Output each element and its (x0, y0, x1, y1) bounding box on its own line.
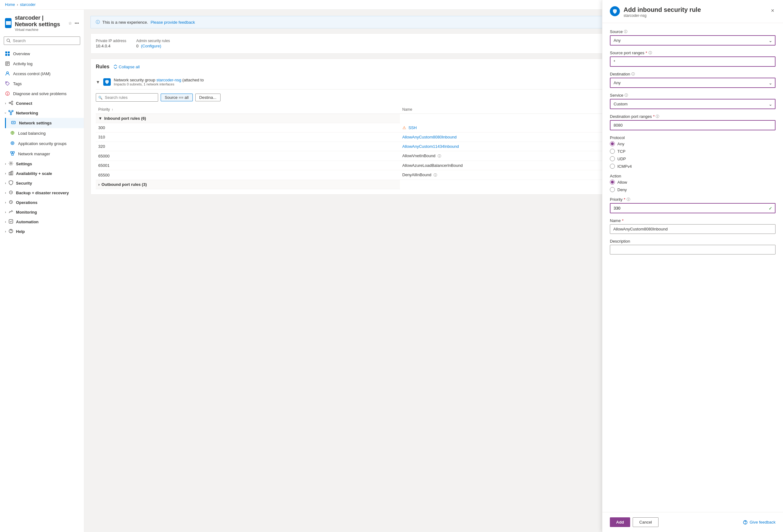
name-input[interactable] (610, 224, 776, 234)
breadcrumb-home[interactable]: Home (5, 2, 15, 7)
nsg-link[interactable]: starcoder-nsg (156, 78, 181, 82)
rule-priority: 65500 (96, 170, 400, 180)
info-icon: ⓘ (96, 19, 100, 25)
service-select[interactable]: Custom HTTP HTTPS SSH RDP (610, 99, 776, 109)
rule-priority: 300 (96, 123, 400, 133)
rule-link[interactable]: AllowAnyCustom11434Inbound (402, 144, 459, 149)
feedback-link[interactable]: Give feedback (743, 520, 776, 525)
nsg-collapse-button[interactable]: ▼ (96, 79, 100, 85)
dest-port-field-group: Destination port ranges * ⓘ (610, 114, 776, 130)
source-select[interactable]: Any IP Addresses Service Tag Application… (610, 35, 776, 45)
sidebar-group-help[interactable]: › Help (0, 227, 84, 236)
cancel-button[interactable]: Cancel (633, 517, 658, 527)
service-select-wrapper: Custom HTTP HTTPS SSH RDP (610, 99, 776, 109)
protocol-any-option[interactable]: Any (610, 141, 776, 146)
action-allow-option[interactable]: Allow (610, 179, 776, 185)
action-deny-option[interactable]: Deny (610, 187, 776, 192)
star-icon[interactable]: ☆ (68, 21, 72, 26)
sidebar-item-network-manager[interactable]: Network manager (5, 149, 84, 159)
access-control-icon (5, 71, 10, 76)
svg-line-19 (10, 103, 11, 104)
priority-input[interactable] (610, 203, 776, 213)
protocol-udp-option[interactable]: UDP (610, 156, 776, 161)
source-port-input[interactable] (610, 57, 776, 67)
sidebar-item-diagnose[interactable]: Diagnose and solve problems (0, 89, 84, 99)
protocol-udp-radio[interactable] (610, 156, 615, 161)
protocol-icmpv4-radio[interactable] (610, 164, 615, 169)
search-rules-input[interactable] (96, 93, 158, 102)
sidebar: starcoder | Network settings Virtual mac… (0, 10, 84, 532)
sidebar-item-label: Security (16, 181, 32, 186)
add-rule-panel: Add inbound security rule starcoder-nsg … (602, 10, 783, 532)
rule-link[interactable]: SSH (408, 125, 417, 130)
search-input[interactable] (4, 36, 80, 45)
dest-port-info-icon[interactable]: ⓘ (656, 114, 659, 119)
rule-priority: 310 (96, 133, 400, 142)
protocol-icmpv4-option[interactable]: ICMPv4 (610, 164, 776, 169)
breadcrumb-vm[interactable]: starcoder (20, 2, 36, 7)
sidebar-item-app-security-groups[interactable]: Application security groups (5, 138, 84, 149)
collapse-all-button[interactable]: Collapse all (113, 65, 140, 69)
action-allow-radio[interactable] (610, 179, 615, 185)
expand-icon: › (5, 162, 6, 166)
source-label: Source (610, 29, 623, 34)
sidebar-item-load-balancing[interactable]: Load balancing (5, 128, 84, 138)
sidebar-group-security[interactable]: › Security (0, 178, 84, 188)
svg-line-18 (10, 102, 11, 103)
protocol-tcp-radio[interactable] (610, 149, 615, 154)
feedback-link[interactable]: Please provide feedback (151, 20, 195, 25)
filter-source-button[interactable]: Source == all (161, 94, 193, 101)
sidebar-item-overview[interactable]: Overview (0, 48, 84, 59)
network-settings-icon (11, 120, 16, 126)
source-info-icon[interactable]: ⓘ (624, 29, 627, 34)
filter-dest-button[interactable]: Destina... (195, 94, 221, 101)
description-input[interactable] (610, 245, 776, 255)
svg-rect-39 (11, 171, 13, 175)
rule-link[interactable]: AllowAnyCustom8080Inbound (402, 135, 457, 139)
rules-title: Rules (96, 64, 109, 70)
sidebar-group-connect[interactable]: › Connect (0, 99, 84, 108)
sidebar-item-tags[interactable]: Tags (0, 78, 84, 89)
protocol-any-radio[interactable] (610, 141, 615, 146)
protocol-icmpv4-label: ICMPv4 (617, 164, 632, 169)
destination-select-wrapper: Any IP Addresses Service Tag Application… (610, 78, 776, 88)
svg-rect-2 (5, 52, 7, 53)
source-port-info-icon[interactable]: ⓘ (649, 51, 652, 55)
sidebar-group-monitoring[interactable]: › Monitoring (0, 207, 84, 217)
sidebar-group-operations[interactable]: › Operations (0, 198, 84, 207)
dest-port-input[interactable] (610, 120, 776, 130)
priority-field-group: Priority * ⓘ ✓ (610, 197, 776, 213)
destination-select[interactable]: Any IP Addresses Service Tag Application… (610, 78, 776, 88)
sidebar-group-networking[interactable]: › Networking (0, 108, 84, 118)
sidebar-group-availability[interactable]: › Availability + scale (0, 169, 84, 178)
sidebar-item-label: Access control (IAM) (13, 71, 51, 76)
protocol-any-label: Any (617, 141, 624, 146)
sidebar-item-label: Application security groups (18, 141, 66, 146)
priority-input-wrapper: ✓ (610, 203, 776, 213)
network-manager-icon (10, 151, 15, 157)
destination-info-icon[interactable]: ⓘ (631, 72, 635, 76)
sidebar-item-label: Activity log (13, 61, 32, 66)
rule-priority: 65001 (96, 161, 400, 170)
sidebar-group-settings[interactable]: › Settings (0, 159, 84, 169)
add-button[interactable]: Add (610, 517, 630, 527)
sidebar-group-backup[interactable]: › Backup + disaster recovery (0, 188, 84, 198)
service-info-icon[interactable]: ⓘ (625, 93, 628, 98)
protocol-tcp-option[interactable]: TCP (610, 149, 776, 154)
svg-point-16 (11, 101, 13, 102)
action-field-group: Action Allow Deny (610, 174, 776, 192)
priority-info-icon[interactable]: ⓘ (627, 197, 630, 202)
sidebar-item-network-settings[interactable]: Network settings (5, 118, 84, 128)
sidebar-item-label: Network manager (18, 152, 50, 156)
configure-link[interactable]: (Configure) (141, 44, 161, 48)
sidebar-item-access-control[interactable]: Access control (IAM) (0, 69, 84, 78)
more-icon[interactable]: ••• (74, 21, 79, 26)
action-deny-radio[interactable] (610, 187, 615, 192)
source-select-wrapper: Any IP Addresses Service Tag Application… (610, 35, 776, 45)
info-icon: ⓘ (438, 154, 441, 158)
panel-close-button[interactable]: × (770, 10, 776, 15)
svg-rect-35 (11, 154, 13, 155)
sidebar-item-activity-log[interactable]: Activity log (0, 59, 84, 69)
sidebar-group-automation[interactable]: › Automation (0, 217, 84, 227)
page-subtitle: Virtual machine (15, 28, 65, 32)
